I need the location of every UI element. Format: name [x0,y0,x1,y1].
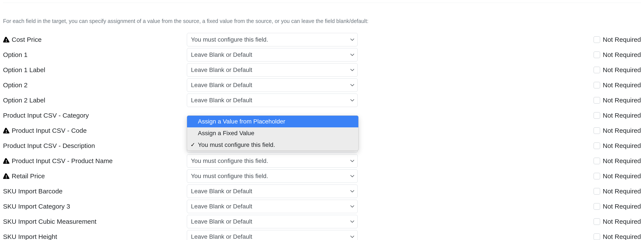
not-required-checkbox[interactable] [594,158,600,164]
not-required-cell: Not Required [594,127,641,134]
not-required-checkbox[interactable] [594,218,600,225]
mapping-select-value: Leave Blank or Default [191,97,252,104]
chevron-down-icon [350,205,354,208]
select-wrap: You must configure this field. [187,33,358,46]
not-required-checkbox[interactable] [594,143,600,149]
mapping-select-value: Leave Blank or Default [191,233,252,240]
not-required-checkbox[interactable] [594,188,600,194]
field-row: Product Input CSV - CategoryAssign a Val… [3,109,641,122]
not-required-cell: Not Required [594,218,641,225]
mapping-select[interactable]: Leave Blank or Default [187,200,358,213]
not-required-checkbox[interactable] [594,173,600,179]
mapping-select[interactable]: You must configure this field. [187,33,358,46]
not-required-cell: Not Required [594,66,641,74]
chevron-down-icon [350,160,354,162]
not-required-checkbox[interactable] [594,112,600,119]
mapping-select[interactable]: Leave Blank or Default [187,185,358,198]
not-required-checkbox[interactable] [594,36,600,43]
dropdown-option[interactable]: Assign a Value from Placeholder [187,116,358,127]
not-required-checkbox[interactable] [594,97,600,103]
not-required-label: Not Required [603,51,641,58]
field-label: SKU Import Cubic Measurement [3,218,96,225]
field-label-cell: SKU Import Height [3,233,187,240]
mapping-select[interactable]: Leave Blank or Default [187,215,358,228]
field-row: Option 1Leave Blank or DefaultNot Requir… [3,48,641,62]
field-label: Option 2 Label [3,97,45,104]
warning-icon [3,158,10,164]
not-required-label: Not Required [603,112,641,119]
field-label-cell: Product Input CSV - Product Name [3,157,187,165]
select-wrap: Leave Blank or Default [187,185,358,198]
not-required-checkbox[interactable] [594,82,600,88]
field-label: SKU Import Category 3 [3,203,70,210]
chevron-down-icon [350,175,354,177]
not-required-cell: Not Required [594,142,641,150]
field-row: SKU Import Category 3Leave Blank or Defa… [3,200,641,213]
mapping-select[interactable]: Leave Blank or Default [187,63,358,77]
mapping-select-dropdown[interactable]: Assign a Value from PlaceholderAssign a … [187,115,358,151]
field-row: SKU Import Cubic MeasurementLeave Blank … [3,215,641,228]
field-label-cell: SKU Import Barcode [3,188,187,195]
field-label: Option 1 Label [3,66,45,74]
chevron-down-icon [350,38,354,41]
field-row: Retail PriceYou must configure this fiel… [3,169,641,183]
select-wrap: Leave Blank or Default [187,48,358,62]
not-required-cell: Not Required [594,51,641,58]
not-required-checkbox[interactable] [594,233,600,240]
field-row: SKU Import BarcodeLeave Blank or Default… [3,185,641,198]
mapping-select-value: Leave Blank or Default [191,218,252,225]
select-wrap: Leave Blank or Default [187,215,358,228]
chevron-down-icon [350,190,354,193]
field-label: Option 2 [3,81,28,89]
field-mapping-rows: Cost PriceYou must configure this field.… [3,33,641,240]
intro-text: For each field in the target, you can sp… [3,18,641,24]
field-label-cell: Product Input CSV - Code [3,127,187,134]
not-required-label: Not Required [603,233,641,240]
field-label: Cost Price [12,36,42,43]
not-required-checkbox[interactable] [594,203,600,210]
select-wrap: Leave Blank or Default [187,230,358,240]
mapping-select-value: Leave Blank or Default [191,82,252,89]
select-wrap: You must configure this field. [187,154,358,168]
mapping-select[interactable]: You must configure this field. [187,169,358,183]
mapping-select[interactable]: Leave Blank or Default [187,78,358,92]
not-required-label: Not Required [603,203,641,210]
field-label: SKU Import Height [3,233,57,240]
not-required-checkbox[interactable] [594,127,600,134]
mapping-select-value: You must configure this field. [191,36,268,43]
not-required-label: Not Required [603,157,641,165]
not-required-checkbox[interactable] [594,67,600,73]
not-required-cell: Not Required [594,188,641,195]
mapping-select-value: Leave Blank or Default [191,188,252,195]
dropdown-option[interactable]: Assign a Fixed Value [187,127,358,139]
select-wrap: Leave Blank or Default [187,63,358,77]
mapping-select[interactable]: You must configure this field. [187,154,358,168]
mapping-select[interactable]: Leave Blank or Default [187,48,358,62]
field-label-cell: SKU Import Cubic Measurement [3,218,187,225]
select-wrap: Leave Blank or Default [187,78,358,92]
section-divider [3,3,641,3]
not-required-cell: Not Required [594,112,641,119]
field-row: SKU Import HeightLeave Blank or DefaultN… [3,230,641,240]
select-wrap: Leave Blank or Default [187,200,358,213]
field-label: Product Input CSV - Code [12,127,87,134]
not-required-cell: Not Required [594,203,641,210]
dropdown-option[interactable]: ✓You must configure this field. [187,139,358,151]
field-label-cell: Option 1 [3,51,187,58]
field-label-cell: Option 2 Label [3,97,187,104]
field-row: Product Input CSV - Product NameYou must… [3,154,641,168]
not-required-label: Not Required [603,142,641,150]
not-required-label: Not Required [603,172,641,180]
mapping-select[interactable]: Leave Blank or Default [187,230,358,240]
not-required-checkbox[interactable] [594,52,600,58]
chevron-down-icon [350,220,354,223]
not-required-label: Not Required [603,66,641,74]
dropdown-option-label: You must configure this field. [198,141,275,149]
field-row: Cost PriceYou must configure this field.… [3,33,641,46]
field-label-cell: SKU Import Category 3 [3,203,187,210]
mapping-select[interactable]: Leave Blank or Default [187,94,358,107]
chevron-down-icon [350,54,354,56]
not-required-label: Not Required [603,127,641,134]
not-required-label: Not Required [603,218,641,225]
warning-icon [3,128,10,134]
